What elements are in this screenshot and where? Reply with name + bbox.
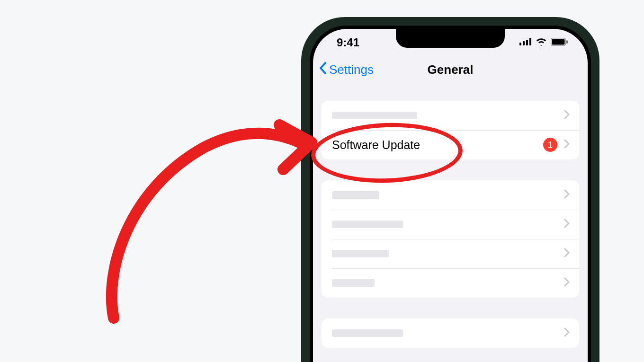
svg-rect-5 bbox=[552, 39, 565, 44]
nav-title: General bbox=[428, 62, 474, 77]
software-update-row[interactable]: Software Update 1 bbox=[322, 130, 579, 159]
nav-header: Settings General bbox=[313, 56, 588, 83]
svg-rect-0 bbox=[519, 43, 521, 45]
battery-icon bbox=[551, 38, 568, 48]
row-placeholder bbox=[332, 279, 375, 287]
chevron-right-icon bbox=[564, 327, 570, 339]
phone-notch bbox=[396, 29, 505, 48]
settings-group-3 bbox=[322, 318, 579, 348]
row-placeholder bbox=[332, 250, 389, 257]
settings-row[interactable] bbox=[322, 210, 579, 239]
notification-badge: 1 bbox=[543, 138, 557, 152]
settings-group-2 bbox=[322, 180, 579, 298]
wifi-icon bbox=[536, 37, 547, 48]
back-button[interactable]: Settings bbox=[319, 56, 374, 83]
status-time: 9:41 bbox=[337, 36, 359, 49]
phone-mockup: 9:41 bbox=[301, 17, 599, 362]
cellular-icon bbox=[519, 38, 532, 47]
svg-rect-6 bbox=[566, 40, 568, 44]
chevron-left-icon bbox=[319, 62, 327, 78]
svg-rect-1 bbox=[523, 41, 525, 45]
svg-rect-3 bbox=[529, 38, 531, 45]
chevron-right-icon bbox=[564, 219, 570, 230]
row-placeholder bbox=[332, 112, 417, 119]
annotation-arrow bbox=[85, 119, 322, 346]
settings-row[interactable] bbox=[322, 180, 579, 210]
software-update-label: Software Update bbox=[332, 138, 543, 152]
chevron-right-icon bbox=[564, 139, 570, 150]
chevron-right-icon bbox=[564, 189, 570, 201]
settings-row[interactable] bbox=[322, 318, 579, 348]
row-placeholder bbox=[332, 221, 403, 228]
back-label: Settings bbox=[329, 62, 374, 77]
svg-rect-2 bbox=[526, 40, 528, 45]
row-placeholder bbox=[332, 191, 379, 199]
row-placeholder bbox=[332, 329, 403, 337]
chevron-right-icon bbox=[564, 110, 570, 121]
chevron-right-icon bbox=[564, 277, 570, 289]
about-row[interactable] bbox=[322, 101, 579, 130]
phone-screen: 9:41 bbox=[313, 29, 588, 362]
settings-row[interactable] bbox=[322, 268, 579, 298]
settings-row[interactable] bbox=[322, 239, 579, 268]
settings-group-1: Software Update 1 bbox=[322, 101, 579, 159]
chevron-right-icon bbox=[564, 248, 570, 259]
